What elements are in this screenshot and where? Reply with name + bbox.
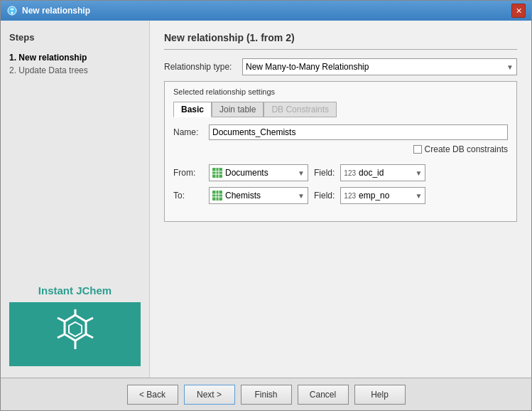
brand-name: Instant JChem [9, 284, 141, 297]
relationship-type-arrow: ▼ [506, 63, 514, 71]
tab-db-constraints: DB Constraints [264, 102, 337, 117]
from-table-grid-icon [212, 168, 222, 178]
from-table-name: Documents [225, 168, 292, 178]
to-table-grid-icon [212, 191, 222, 201]
create-db-constraints-checkbox[interactable] [413, 145, 422, 154]
from-field-name: doc_id [359, 168, 412, 178]
step-1-label: New relationship [18, 53, 87, 63]
group-box-title: Selected relationship settings [173, 87, 508, 96]
svg-line-8 [58, 318, 65, 321]
svg-line-7 [86, 318, 93, 321]
relationship-type-label: Relationship type: [164, 62, 242, 72]
button-bar: < Back Next > Finish Cancel Help [1, 378, 531, 410]
step-1-number: 1. [9, 53, 18, 63]
content-area: Steps 1. New relationship 2. Update Data… [1, 21, 531, 378]
tab-join-table[interactable]: Join table [212, 102, 264, 117]
title-bar-text: New relationship [22, 6, 507, 16]
tab-basic[interactable]: Basic [173, 102, 212, 117]
main-panel: New relationship (1. from 2) Relationshi… [150, 21, 531, 378]
close-button[interactable]: ✕ [511, 4, 526, 18]
to-field-arrow: ▼ [415, 192, 422, 200]
sidebar-item-update-datatrees: 2. Update Data trees [9, 64, 141, 77]
panel-title: New relationship (1. from 2) [164, 32, 517, 50]
dialog-icon [6, 5, 18, 16]
tabs-bar: Basic Join table DB Constraints [173, 102, 508, 117]
to-field-select[interactable]: 123 emp_no ▼ [340, 187, 425, 204]
from-field-label: Field: [314, 168, 335, 178]
from-field-type-badge: 123 [344, 169, 356, 177]
sidebar-logo [9, 302, 141, 366]
finish-button[interactable]: Finish [241, 385, 292, 405]
to-label: To: [173, 191, 209, 201]
help-button[interactable]: Help [354, 385, 406, 405]
relationship-type-select[interactable]: New Many-to-Many Relationship ▼ [242, 58, 517, 75]
svg-marker-3 [69, 322, 82, 336]
from-row: From: Documents ▼ Field: [173, 164, 508, 181]
to-field-type-badge: 123 [344, 192, 356, 200]
steps-title: Steps [9, 32, 141, 43]
honeycomb-icon [50, 309, 100, 359]
settings-group-box: Selected relationship settings Basic Joi… [164, 81, 517, 222]
relationship-type-row: Relationship type: New Many-to-Many Rela… [164, 58, 517, 75]
step-2-label: Update Data trees [18, 65, 87, 75]
from-table-arrow: ▼ [298, 169, 305, 177]
to-row: To: Chemists ▼ Field: [173, 187, 508, 204]
svg-point-1 [11, 12, 13, 14]
create-db-constraints-row: Create DB constraints [173, 144, 508, 154]
dialog: New relationship ✕ Steps 1. New relation… [0, 0, 532, 411]
to-field-name: emp_no [359, 191, 412, 201]
svg-line-5 [86, 334, 93, 338]
to-table-arrow: ▼ [298, 192, 305, 200]
name-input[interactable] [209, 124, 508, 140]
svg-line-6 [58, 334, 65, 338]
relationship-type-value: New Many-to-Many Relationship [246, 62, 369, 72]
name-label: Name: [173, 127, 209, 137]
name-row: Name: [173, 124, 508, 140]
to-table-select[interactable]: Chemists ▼ [209, 187, 308, 204]
cancel-button[interactable]: Cancel [298, 385, 349, 405]
back-button[interactable]: < Back [127, 385, 178, 405]
svg-rect-15 [212, 191, 222, 201]
sidebar: Steps 1. New relationship 2. Update Data… [1, 21, 150, 378]
step-2-number: 2. [9, 65, 18, 75]
sidebar-item-new-relationship: 1. New relationship [9, 51, 141, 64]
from-field-arrow: ▼ [415, 169, 422, 177]
next-button[interactable]: Next > [184, 385, 235, 405]
from-field-select[interactable]: 123 doc_id ▼ [340, 164, 425, 181]
title-bar: New relationship ✕ [1, 1, 531, 21]
from-label: From: [173, 168, 209, 178]
to-table-name: Chemists [225, 191, 292, 201]
to-field-label: Field: [314, 191, 335, 201]
from-table-select[interactable]: Documents ▼ [209, 164, 308, 181]
create-db-constraints-label: Create DB constraints [425, 144, 508, 154]
svg-rect-10 [212, 168, 222, 178]
